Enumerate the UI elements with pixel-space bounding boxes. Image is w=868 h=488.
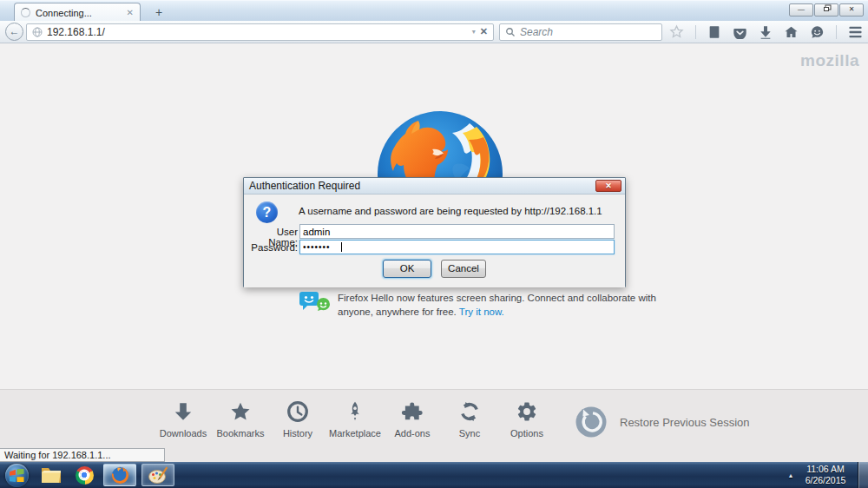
minimize-button[interactable]: — [789,3,813,16]
search-icon [505,27,516,37]
url-dropdown-icon[interactable]: ▾ [472,28,476,36]
search-bar[interactable] [499,23,662,41]
bookmark-star-icon[interactable] [669,24,684,39]
explorer-folder-icon [40,465,62,485]
bookmarks-star-icon [229,400,252,423]
dialog-message: A username and password are being reques… [299,206,602,216]
home-icon[interactable] [784,25,799,39]
marketplace-rocket-icon [344,400,366,423]
launcher-label: Marketplace [329,428,381,439]
launcher-sync[interactable]: Sync [441,400,498,439]
help-question-icon: ? [256,201,278,223]
history-clock-icon [286,400,309,423]
launcher-label: Options [510,428,543,439]
restore-session-label: Restore Previous Session [620,416,750,429]
downloads-arrow-icon [172,400,194,423]
username-field[interactable] [299,224,615,239]
status-bar: Waiting for 192.168.1.1... [0,448,165,462]
addons-puzzle-icon [401,400,424,423]
hello-line2: anyone, anywhere for free. [338,307,457,317]
taskbar-paint[interactable] [141,464,174,486]
url-bar[interactable]: ▾ ✕ [26,23,494,41]
page-content: mozilla Authenti [0,43,868,462]
launcher-items: Downloads Bookmarks History Marketplace … [155,400,556,439]
globe-icon [32,27,43,37]
text-caret [341,242,342,252]
options-gear-icon [516,400,538,423]
window-controls: — ✕ [789,3,864,16]
tab-strip: Connecting... ✕ + — ✕ [0,0,868,21]
launcher-label: Bookmarks [216,428,264,439]
downloads-icon[interactable] [759,25,773,39]
loading-spinner-icon [21,8,30,17]
cancel-button[interactable]: Cancel [441,260,486,278]
dialog-body: ? A username and password are being requ… [244,195,625,287]
url-input[interactable] [47,26,468,38]
hello-promo: Firefox Hello now features screen sharin… [299,291,656,319]
launcher-label: Add-ons [395,428,431,439]
tab-title: Connecting... [36,8,122,18]
new-tab-button[interactable]: + [149,5,168,20]
launcher-addons[interactable]: Add-ons [384,400,441,439]
restore-icon [824,7,829,11]
dialog-titlebar[interactable]: Authentication Required ✕ [244,178,625,195]
authentication-dialog: Authentication Required ✕ ? A username a… [243,177,626,287]
launcher-options[interactable]: Options [498,400,556,439]
navigation-toolbar: ← ▾ ✕ [0,21,868,43]
restore-window-button[interactable] [814,3,838,16]
launcher-marketplace[interactable]: Marketplace [326,400,384,439]
sync-arrows-icon [458,400,481,423]
system-tray: ▲ 11:06 AM 6/26/2015 [783,462,868,488]
tray-hidden-icons-button[interactable]: ▲ [783,472,799,478]
restore-session[interactable]: Restore Previous Session [575,406,750,439]
mozilla-wordmark: mozilla [800,51,859,70]
taskbar: ▲ 11:06 AM 6/26/2015 [0,462,868,488]
hello-line1: Firefox Hello now features screen sharin… [338,293,656,303]
dialog-close-button[interactable]: ✕ [595,180,621,192]
clock-date: 6/26/2015 [799,475,852,486]
close-window-button[interactable]: ✕ [839,3,864,16]
windows-flag-icon [10,469,24,482]
show-desktop-button[interactable] [858,462,868,488]
start-button[interactable] [5,464,29,487]
password-field[interactable] [299,240,615,254]
search-input[interactable] [520,26,656,38]
dialog-title: Authentication Required [249,180,360,192]
launcher-label: History [283,428,312,439]
launcher-label: Sync [459,428,480,439]
toolbar-buttons [669,24,863,39]
toolbar-separator [695,25,696,39]
firefox-icon [110,465,130,485]
taskbar-clock[interactable]: 11:06 AM 6/26/2015 [799,464,852,486]
taskbar-explorer[interactable] [36,463,66,487]
restore-session-icon [575,406,608,439]
hello-promo-text: Firefox Hello now features screen sharin… [338,291,656,319]
taskbar-chrome[interactable] [69,463,99,487]
menu-hamburger-icon[interactable] [848,26,863,38]
back-button[interactable]: ← [5,23,23,41]
hello-smiley-icon[interactable] [810,25,825,39]
bookmarks-list-icon[interactable] [707,25,721,39]
paint-palette-icon [148,465,168,485]
password-label: Password: [246,242,298,253]
try-it-now-link[interactable]: Try it now. [459,307,504,317]
browser-window: Connecting... ✕ + — ✕ ← ▾ ✕ [0,0,868,462]
launcher-history[interactable]: History [269,400,326,439]
launcher-bookmarks[interactable]: Bookmarks [212,400,269,439]
firefox-logo [367,104,510,179]
clock-time: 11:06 AM [799,464,852,475]
browser-tab[interactable]: Connecting... ✕ [14,3,141,22]
stop-loading-icon[interactable]: ✕ [480,26,488,37]
taskbar-firefox[interactable] [103,464,136,486]
chrome-icon [76,466,94,485]
ok-button[interactable]: OK [383,260,431,278]
pocket-icon[interactable] [733,25,747,39]
launcher-label: Downloads [160,428,207,439]
launcher-downloads[interactable]: Downloads [155,400,212,439]
hello-chat-bubbles-icon [299,291,331,315]
tab-close-icon[interactable]: ✕ [127,9,134,17]
toolbar-separator [836,25,837,39]
